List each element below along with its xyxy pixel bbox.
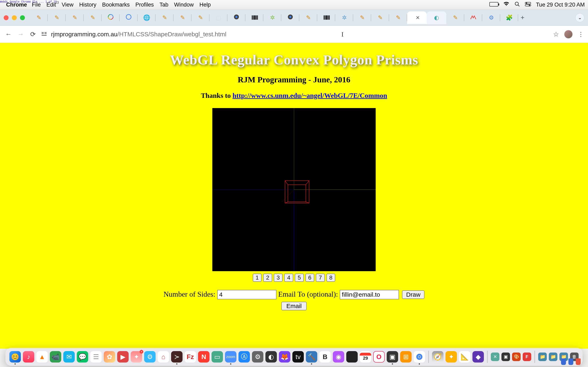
side-count-1[interactable]: 1 [253, 274, 262, 282]
dock-gears-icon[interactable]: ⚙ [252, 351, 263, 363]
tab-9[interactable]: ✎ [173, 11, 191, 24]
dock-music-icon[interactable]: ♪ [23, 351, 34, 363]
dock-firefox-icon[interactable]: 🦊 [279, 351, 290, 363]
dock-zoom-icon[interactable]: zoom [225, 351, 236, 363]
side-count-3[interactable]: 3 [274, 274, 283, 282]
dock-appstore-b-icon[interactable]: ⚙ [144, 351, 156, 363]
battery-icon[interactable] [489, 2, 498, 8]
dock-app-a-icon[interactable]: ✦• [131, 351, 142, 363]
tab-1[interactable]: ✎ [30, 11, 48, 24]
dock-recent-4-icon[interactable]: F [523, 352, 531, 361]
dock-opera-icon[interactable]: O [373, 351, 385, 363]
maximize-window-button[interactable] [20, 15, 25, 20]
back-button[interactable]: ← [4, 30, 13, 39]
dock-chrome-icon[interactable] [414, 351, 425, 363]
dock-terminal-icon[interactable]: ▣ [387, 351, 398, 363]
site-info-button[interactable] [41, 31, 47, 38]
dock-xcode-icon[interactable]: 🔨 [306, 351, 317, 363]
close-tab-icon[interactable]: ✕ [416, 15, 420, 21]
dock-messages-icon[interactable]: 💬 [77, 351, 88, 363]
dock-purple-app-icon[interactable]: ◆ [472, 351, 484, 363]
dock-home-icon[interactable]: ⌂ [158, 351, 169, 363]
tab-25[interactable] [464, 11, 482, 24]
tab-6[interactable] [120, 11, 138, 24]
tab-11[interactable]: ▢ [209, 11, 227, 24]
tab-21[interactable]: ✎ [389, 11, 407, 24]
forward-button[interactable]: → [16, 30, 25, 39]
tab-23[interactable]: ◐ [427, 11, 446, 24]
dock-matlab-icon[interactable]: 📐 [459, 351, 470, 363]
email-button[interactable]: Email [281, 302, 306, 310]
tab-active[interactable]: ✕ [407, 11, 427, 24]
dock-recent-3-icon[interactable]: 🎨 [512, 352, 521, 361]
tab-16[interactable]: ✎ [299, 11, 317, 24]
dock-colorwheel-icon[interactable]: ◐ [265, 351, 277, 363]
menu-view[interactable]: View [62, 2, 73, 8]
spotlight-icon[interactable] [514, 1, 520, 8]
close-window-button[interactable] [4, 15, 9, 20]
tab-3[interactable]: ✎ [66, 11, 84, 24]
dock-folder-2-icon[interactable]: 📁 [549, 352, 557, 361]
profile-avatar[interactable] [564, 30, 572, 38]
dock-finder-icon[interactable]: 😊 [9, 351, 21, 363]
tab-5[interactable] [102, 11, 120, 24]
reload-button[interactable]: ⟳ [29, 30, 37, 39]
menu-window[interactable]: Window [174, 2, 194, 8]
side-count-7[interactable]: 7 [316, 274, 325, 282]
dock-black-box-icon[interactable] [346, 351, 358, 363]
chrome-menu-icon[interactable]: ⋮ [578, 31, 584, 38]
side-count-2[interactable]: 2 [263, 274, 272, 282]
dock-vlc-icon[interactable]: ▲ [36, 351, 48, 363]
side-count-8[interactable]: 8 [327, 274, 336, 282]
dock-recent-1-icon[interactable]: ✕ [491, 352, 499, 361]
dock-books-icon[interactable]: ▭ [212, 351, 223, 363]
tab-15[interactable] [281, 11, 299, 24]
tab-8[interactable]: ✎ [156, 11, 173, 24]
webgl-canvas[interactable] [212, 108, 376, 271]
dock-folder-1-icon[interactable]: 📁 [538, 352, 547, 361]
dock-podcasts-icon[interactable]: ◉ [333, 351, 344, 363]
dock-safari-icon[interactable]: 🧭 [432, 351, 443, 363]
tab-17[interactable]: ⅢⅢ [317, 11, 335, 24]
thanks-link[interactable]: http://www.cs.unm.edu/~angel/WebGL/7E/Co… [233, 92, 387, 99]
menu-history[interactable]: History [79, 2, 96, 8]
dock-mail-icon[interactable]: ✉ [63, 351, 75, 363]
dock-appletv-icon[interactable]: tv [292, 351, 304, 363]
tab-14[interactable]: ✲ [263, 11, 281, 24]
control-center-icon[interactable] [525, 2, 531, 8]
tab-20[interactable]: ✎ [371, 11, 389, 24]
new-tab-button[interactable]: + [521, 14, 525, 21]
tab-overflow-button[interactable]: ⌄ [575, 13, 584, 22]
tab-18[interactable]: ✲ [335, 11, 353, 24]
dock-filezilla-icon[interactable]: Fz [185, 351, 196, 363]
tab-7[interactable]: 🌐 [138, 11, 156, 24]
dock-gold-app-icon[interactable]: ✦ [445, 351, 457, 363]
menu-bookmarks[interactable]: Bookmarks [102, 2, 130, 8]
menubar-clock[interactable]: Tue 29 Oct 9:20 AM [536, 2, 585, 8]
wifi-icon[interactable] [503, 2, 509, 8]
tab-24[interactable]: ✎ [446, 11, 464, 24]
tab-13[interactable]: ⅢⅢ [245, 11, 263, 24]
dock-calc-icon[interactable]: ⊞ [400, 351, 412, 363]
tab-12[interactable] [227, 11, 245, 24]
dock-photos-icon[interactable]: ✿ [104, 351, 115, 363]
menu-help[interactable]: Help [199, 2, 211, 8]
bookmark-star-icon[interactable]: ☆ [553, 30, 559, 38]
dock-appstore-icon[interactable]: Ⓐ [238, 351, 250, 363]
minimize-window-button[interactable] [12, 15, 17, 20]
side-count-4[interactable]: 4 [284, 274, 293, 282]
dock-facetime-icon[interactable]: 📹 [50, 351, 61, 363]
side-count-6[interactable]: 6 [305, 274, 314, 282]
tab-19[interactable]: ✎ [353, 11, 371, 24]
dock-terminal-a-icon[interactable]: ≻ [171, 351, 182, 363]
dock-news-icon[interactable]: N [198, 351, 209, 363]
tab-10[interactable]: ✎ [191, 11, 209, 24]
dock-tv-red-icon[interactable]: ▶ [117, 351, 129, 363]
menu-profiles[interactable]: Profiles [135, 2, 154, 8]
address-bar[interactable]: rjmprogramming.com.au/HTMLCSS/ShapeDraw/… [51, 31, 549, 38]
tab-2[interactable]: ✎ [48, 11, 66, 24]
dock-recent-2-icon[interactable]: ▣ [502, 352, 510, 361]
side-count-5[interactable]: 5 [295, 274, 304, 282]
tab-4[interactable]: ✎ [84, 11, 102, 24]
sides-input[interactable] [217, 290, 277, 299]
